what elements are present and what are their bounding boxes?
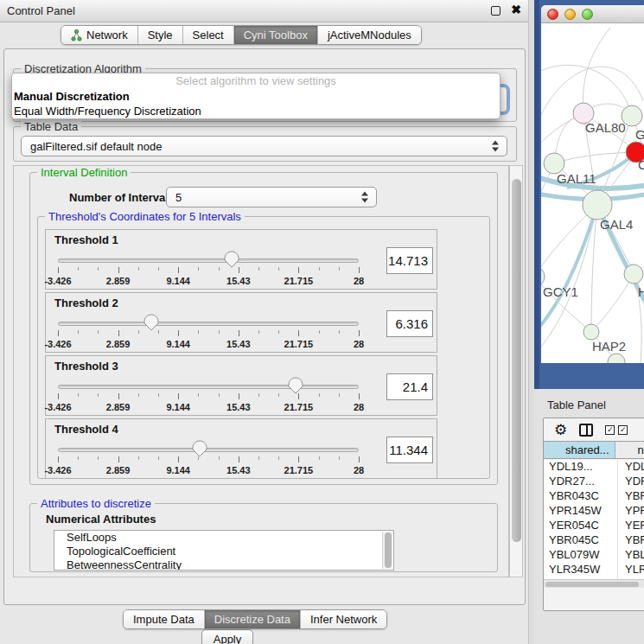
minimize-traffic-light-icon[interactable] xyxy=(564,9,576,20)
threshold-slider[interactable]: -3.4262.8599.14415.4321.71528 xyxy=(58,377,359,415)
apply-button[interactable]: Apply xyxy=(201,629,253,644)
close-icon[interactable]: ✖ xyxy=(511,3,521,16)
table-row[interactable]: YER054CYER0 xyxy=(544,519,644,533)
table-cell: YDR27... xyxy=(544,475,618,489)
algorithm-dropdown-popup: Select algorithm to view settings Manual… xyxy=(11,73,501,119)
numerical-attributes-list[interactable]: SelfLoopsTopologicalCoefficientBetweenne… xyxy=(54,530,394,571)
combo-stepper-icon[interactable] xyxy=(492,141,499,152)
threshold-value-field[interactable]: 6.316 xyxy=(386,310,433,337)
slider-tick xyxy=(198,330,199,334)
slider-thumb[interactable] xyxy=(224,251,239,268)
list-scrollbar[interactable] xyxy=(382,532,392,569)
slider-track[interactable] xyxy=(58,258,359,263)
column-header-shared[interactable]: shared... xyxy=(544,442,615,458)
network-node-label: HAP2 xyxy=(592,339,626,354)
list-scrollbar-thumb[interactable] xyxy=(385,532,392,568)
table-row[interactable]: YLR345WYLR3 xyxy=(544,563,644,577)
group-attributes-to-discretize: Attributes to discretize Numerical Attri… xyxy=(29,503,498,572)
slider-thumb[interactable] xyxy=(288,377,303,394)
slider-tick-label: 2.859 xyxy=(106,339,131,349)
gear-icon[interactable]: ⚙ xyxy=(554,423,567,437)
slider-tick xyxy=(258,456,259,460)
slider-tick xyxy=(98,330,99,334)
combo-stepper-icon[interactable] xyxy=(361,192,368,203)
float-window-icon[interactable] xyxy=(491,6,501,16)
attribute-list-item[interactable]: BetweennessCentrality xyxy=(54,558,393,571)
table-cell: YDR2 xyxy=(618,475,644,489)
table-hscrollbar-thumb[interactable] xyxy=(545,582,639,587)
network-canvas[interactable]: GAL80GAGAL11CGAL4GCY1HHAP2 xyxy=(541,23,644,363)
main-scrollbar[interactable] xyxy=(509,165,523,577)
column-header-name[interactable]: na xyxy=(615,442,644,458)
attribute-list-item[interactable]: TopologicalCoefficient xyxy=(54,545,393,558)
checkbox-icon[interactable]: ✓ xyxy=(605,425,615,435)
slider-tick xyxy=(239,267,239,273)
table-row[interactable]: YPR145WYPR1 xyxy=(544,504,644,519)
network-node[interactable] xyxy=(583,190,612,220)
slider-thumb[interactable] xyxy=(143,314,159,331)
slider-tick xyxy=(98,267,99,271)
slider-track[interactable] xyxy=(58,385,359,389)
popup-item[interactable]: Equal Width/Frequency Discretization xyxy=(12,104,500,118)
table-row[interactable]: YDR27...YDR2 xyxy=(544,475,644,489)
table-cell: YBR0 xyxy=(618,489,644,504)
network-node[interactable] xyxy=(624,265,643,284)
close-traffic-light-icon[interactable] xyxy=(547,9,558,20)
threshold-slider[interactable]: -3.4262.8599.14415.4321.71528 xyxy=(58,251,359,289)
threshold-panel: Threshold 1-3.4262.8599.14415.4321.71528… xyxy=(45,229,437,290)
tab-label: Cyni Toolbox xyxy=(244,29,308,41)
slider-tick xyxy=(118,456,119,462)
threshold-title: Threshold 1 xyxy=(54,233,118,246)
network-node-label: C xyxy=(638,157,644,172)
threshold-value-field[interactable]: 21.4 xyxy=(386,373,433,400)
network-node[interactable] xyxy=(583,324,599,340)
table-cell: YBL0 xyxy=(618,548,644,563)
slider-track[interactable] xyxy=(58,322,359,326)
table-row[interactable]: YBL079WYBL0 xyxy=(544,548,644,563)
network-node[interactable] xyxy=(608,354,625,363)
num-intervals-combobox[interactable]: 5 xyxy=(166,187,377,207)
slider-tick xyxy=(258,267,259,271)
tab-jactivemnodules[interactable]: jActiveMNodules xyxy=(317,26,421,44)
slider-tick xyxy=(219,330,220,334)
tab-impute-data[interactable]: Impute Data xyxy=(124,610,204,628)
zoom-traffic-light-icon[interactable] xyxy=(582,9,593,20)
slider-tick xyxy=(138,456,139,460)
slider-tick xyxy=(219,267,220,271)
slider-tick-label: 21.715 xyxy=(284,402,314,412)
table-row[interactable]: YBR045CYBR0 xyxy=(544,533,644,548)
network-node-label: GAL4 xyxy=(600,217,633,232)
table-row[interactable]: YBR043CYBR0 xyxy=(544,489,644,504)
table-data-combobox[interactable]: galFiltered.sif default node xyxy=(21,136,507,156)
slider-tick xyxy=(239,456,239,462)
tab-style[interactable]: Style xyxy=(137,26,182,44)
bottom-tab-bar: Impute DataDiscretize DataInfer Network xyxy=(123,609,387,629)
slider-thumb[interactable] xyxy=(192,440,207,457)
threshold-title: Threshold 2 xyxy=(54,296,118,309)
node-table: ⚙ ✓ ✓ shared... na YDL19...YDL1YDR27...Y… xyxy=(543,418,644,611)
threshold-value-field[interactable]: 11.344 xyxy=(386,437,433,463)
popup-item[interactable]: Manual Discretization xyxy=(12,89,500,104)
main-scrollbar-thumb[interactable] xyxy=(512,179,521,542)
checkbox-icon[interactable]: ✓ xyxy=(618,425,628,435)
threshold-value-field[interactable]: 14.713 xyxy=(386,247,433,274)
slider-tick xyxy=(219,456,220,460)
threshold-slider[interactable]: -3.4262.8599.14415.4321.71528 xyxy=(58,440,359,478)
attribute-list-item[interactable]: SelfLoops xyxy=(54,531,393,545)
slider-tick xyxy=(138,330,139,334)
table-cell: YBR045C xyxy=(544,533,618,548)
tab-select[interactable]: Select xyxy=(182,26,233,44)
slider-tick xyxy=(278,456,279,460)
table-toolbar: ⚙ ✓ ✓ xyxy=(544,418,644,441)
table-row[interactable]: YDL19...YDL1 xyxy=(544,460,644,475)
tab-cyni-toolbox[interactable]: Cyni Toolbox xyxy=(233,26,317,44)
threshold-slider[interactable]: -3.4262.8599.14415.4321.71528 xyxy=(58,314,359,352)
slider-track[interactable] xyxy=(58,448,359,452)
tab-network[interactable]: Network xyxy=(61,26,137,44)
table-hscrollbar[interactable] xyxy=(544,579,644,588)
tab-discretize-data[interactable]: Discretize Data xyxy=(204,610,300,628)
popup-items: Manual DiscretizationEqual Width/Frequen… xyxy=(12,89,500,118)
table-cell: YBR0 xyxy=(618,533,644,548)
tab-infer-network[interactable]: Infer Network xyxy=(300,610,386,628)
split-columns-icon[interactable] xyxy=(579,424,593,437)
